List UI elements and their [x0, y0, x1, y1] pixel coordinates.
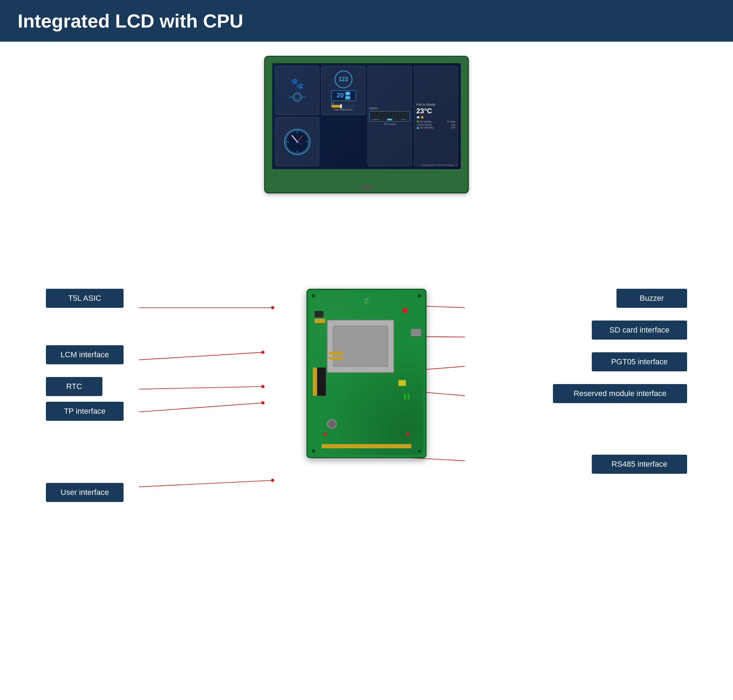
usb-port: [361, 186, 372, 190]
sd-card-slot: [411, 329, 421, 337]
main-chip: [327, 320, 394, 373]
page-title: Integrated LCD with CPU: [18, 10, 715, 32]
mounting-hole-tl: [311, 293, 316, 298]
svg-line-18: [139, 387, 263, 389]
bottom-connector: [322, 444, 411, 448]
pcb-board: CEFC: [306, 289, 427, 458]
mounting-hole-tr: [417, 293, 422, 298]
svg-line-22: [139, 481, 272, 487]
label-pgt05: PGT05 interface: [592, 352, 687, 371]
svg-line-20: [139, 403, 263, 412]
small-connector-1: [329, 351, 343, 354]
swipe-arrow: »: [455, 163, 457, 167]
svg-point-1: [294, 94, 300, 100]
tile-number: 123 20 + − 20: [321, 66, 365, 115]
tile-weather: Fair to cloudy 23°C ☁️ ☀️ 🌿 Air Quality5…: [414, 66, 458, 166]
label-rs485: RS485 interface: [592, 455, 687, 474]
svg-point-21: [261, 401, 265, 404]
pgt05-component: [398, 380, 406, 386]
label-buzzer: Buzzer: [617, 289, 687, 308]
inductor: [327, 419, 337, 429]
fpc-body: [317, 368, 326, 396]
green-led-2: [404, 394, 406, 400]
screen-inner: 🐾 123: [272, 63, 461, 169]
label-t5l-asic: T5L ASIC: [46, 289, 124, 308]
swipe-hint: Swipe left to turn the page: [421, 163, 454, 167]
mounting-hole-br: [417, 449, 422, 454]
red-dot-2: [406, 432, 409, 436]
ce-marking: CEFC: [364, 298, 369, 304]
label-reserved-module: Reserved module interface: [553, 384, 687, 403]
mounting-hole-bl: [311, 449, 316, 454]
lcd-screen: 🐾 123: [272, 63, 461, 169]
label-sd-card: SD card interface: [592, 321, 687, 340]
svg-point-15: [271, 306, 274, 309]
label-tp-interface: TP interface: [46, 402, 124, 421]
tile-text-input: DWIN: [368, 66, 412, 166]
lcd-device: 🐾 123: [264, 56, 469, 193]
fpc-connector: [313, 368, 317, 396]
small-chip-1: [315, 311, 324, 317]
svg-point-19: [261, 385, 265, 388]
tile-clock: [275, 117, 319, 166]
small-connector-2: [329, 357, 343, 360]
svg-line-16: [139, 352, 263, 360]
connector-left-top: [315, 319, 325, 323]
svg-point-13: [296, 141, 298, 143]
main-content: 🐾 123: [0, 56, 733, 532]
svg-point-17: [261, 350, 265, 354]
label-user-interface: User interface: [46, 483, 124, 502]
label-lcm-interface: LCM interface: [46, 345, 124, 364]
label-rtc: RTC: [46, 377, 102, 396]
tile-animal: 🐾: [275, 66, 319, 115]
buzzer-component: [402, 307, 408, 313]
lcd-section: 🐾 123: [28, 56, 705, 193]
pcb-section: CEFC T5L ASIC LCM interface RTC TP inter…: [28, 215, 705, 532]
page-header: Integrated LCD with CPU: [0, 0, 733, 42]
weather-temp: 23°C: [416, 107, 432, 115]
green-led-1: [408, 394, 409, 400]
red-dot-1: [324, 432, 327, 436]
svg-point-23: [271, 479, 274, 482]
